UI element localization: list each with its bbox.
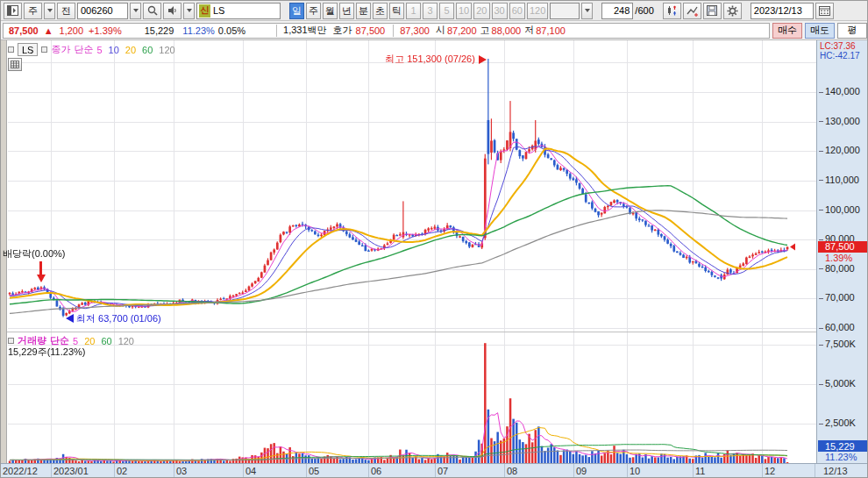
- custom-interval-input[interactable]: [550, 3, 580, 19]
- annotation-dividend: 배당락(0.00%): [3, 247, 66, 260]
- x-axis-tick: [693, 464, 694, 478]
- interval-button-30[interactable]: 30: [492, 3, 508, 19]
- x-axis-label: 06: [371, 466, 381, 476]
- period-button-5[interactable]: 초: [373, 3, 388, 19]
- gear-icon: [727, 5, 738, 17]
- code-dropdown[interactable]: [130, 3, 141, 19]
- prev-day-button[interactable]: 전: [57, 3, 75, 19]
- period-button-0[interactable]: 일: [289, 3, 304, 19]
- pane-collapse-toggle[interactable]: [8, 46, 14, 53]
- x-axis-tick: [174, 464, 174, 478]
- interval-button-1[interactable]: 1: [406, 3, 421, 19]
- stock-name: LS: [213, 5, 224, 16]
- quote-field: 15,229: [145, 25, 174, 36]
- chevron-down-icon: [47, 9, 53, 12]
- period-button-3[interactable]: 년: [339, 3, 354, 19]
- quote-field: 87,500: [356, 25, 386, 36]
- chevron-down-icon: [585, 9, 590, 12]
- custom-interval-dropdown[interactable]: [581, 3, 593, 19]
- compare-chart-button[interactable]: [663, 3, 681, 19]
- current-volume-pct: 11.23%: [825, 452, 857, 462]
- panel-toggle-button[interactable]: [4, 3, 22, 19]
- interval-button-3[interactable]: 3: [423, 3, 438, 19]
- period-button-1[interactable]: 주: [306, 3, 321, 19]
- ma-label-5: 5: [96, 45, 102, 55]
- x-axis-tick: [762, 464, 763, 478]
- current-change-badge: 1.39%: [825, 253, 852, 263]
- search-icon: [147, 5, 158, 16]
- bars-count-input[interactable]: 248: [601, 3, 633, 19]
- x-axis-label: 09: [576, 466, 587, 476]
- quote-field: 87,100: [536, 25, 566, 36]
- avg-button[interactable]: 평: [837, 23, 867, 39]
- cycle-select-dropdown[interactable]: [44, 3, 55, 19]
- save-button[interactable]: [703, 3, 722, 19]
- x-axis-tick: [573, 464, 574, 478]
- separator: [393, 25, 394, 37]
- quote-field: 1,331백만: [283, 24, 327, 37]
- x-axis-label: 10: [630, 466, 640, 476]
- x-axis-tick: [504, 464, 505, 478]
- x-axis-label: 08: [507, 466, 517, 476]
- quote-field: 87,300: [400, 25, 430, 36]
- price-tick-label: 70,000: [819, 292, 855, 303]
- price-tick-label: 100,000: [819, 204, 860, 215]
- interval-button-5[interactable]: 5: [439, 3, 454, 19]
- x-axis-label: 11: [695, 466, 705, 476]
- volume-pane-toggle[interactable]: [8, 338, 14, 344]
- price-axis-panel[interactable]: LC:37.36 HC:-42.17 140,000130,000120,000…: [816, 40, 868, 463]
- calendar-button[interactable]: [815, 3, 834, 19]
- ma-label-60: 60: [142, 45, 153, 55]
- quote-field: +1.39%: [89, 25, 122, 36]
- separator: [276, 25, 277, 37]
- price-tick-label: 80,000: [819, 263, 855, 274]
- quote-field: 0.05%: [218, 25, 245, 36]
- search-button[interactable]: [143, 3, 161, 19]
- current-price-badge: 87,500: [818, 241, 867, 253]
- ma-label-120: 120: [118, 336, 134, 346]
- pane-expand-toggle[interactable]: [41, 46, 47, 53]
- buy-button[interactable]: 매수: [772, 23, 802, 39]
- period-button-6[interactable]: 틱: [389, 3, 404, 19]
- volume-tick-label: 7,500K: [819, 339, 856, 349]
- time-axis[interactable]: 2022/122023/01020304050607080910111212/1…: [1, 463, 868, 478]
- price-tick-label: 140,000: [819, 86, 860, 96]
- chevron-down-icon: [187, 9, 192, 12]
- sound-button[interactable]: [163, 3, 181, 19]
- period-button-4[interactable]: 분: [356, 3, 371, 19]
- chart-canvas[interactable]: [1, 40, 816, 463]
- trendline-tool-button[interactable]: [683, 3, 701, 19]
- x-axis-label: 2023/01: [53, 466, 89, 476]
- stock-name-field[interactable]: 신 LS: [196, 3, 281, 19]
- x-axis-label: 05: [309, 466, 319, 476]
- current-volume-badge: 15,229: [818, 440, 867, 452]
- symbol-chip[interactable]: LS: [18, 43, 38, 56]
- x-axis-label: 02: [117, 466, 127, 476]
- x-axis-label: 03: [176, 466, 187, 476]
- volume-tick-label: 5,000K: [819, 378, 856, 389]
- interval-button-10[interactable]: 10: [456, 3, 472, 19]
- sound-dropdown[interactable]: [183, 3, 195, 19]
- period-button-2[interactable]: 월: [323, 3, 338, 19]
- interval-button-60[interactable]: 60: [509, 3, 525, 19]
- volume-ma-legend: 52060120: [73, 336, 134, 346]
- interval-button-120[interactable]: 120: [527, 3, 548, 19]
- x-axis-label: 12: [765, 466, 775, 476]
- interval-button-20[interactable]: 20: [473, 3, 489, 19]
- quote-field: 11.23%: [182, 25, 215, 36]
- grid-icon: [11, 61, 19, 68]
- arrow-down-icon: [37, 275, 46, 282]
- x-axis-tick: [815, 464, 815, 478]
- settings-button[interactable]: [723, 3, 742, 19]
- stock-code-input[interactable]: 006260: [77, 3, 128, 19]
- lc-indicator: LC:37.36: [820, 41, 856, 51]
- sell-button[interactable]: 매도: [805, 23, 835, 39]
- cycle-select[interactable]: 주: [24, 3, 42, 19]
- quote-buttons: 매수매도평: [772, 23, 867, 39]
- study-label: 종가: [51, 43, 70, 56]
- toolbar: 주 전 006260 신 LS 일주월년분초틱 13510203060120 2…: [1, 1, 868, 21]
- quote-field: 고: [480, 24, 490, 37]
- date-input[interactable]: 2023/12/13: [751, 3, 814, 19]
- grid-settings-button[interactable]: [8, 58, 22, 71]
- quote-field: 87,500: [9, 25, 39, 36]
